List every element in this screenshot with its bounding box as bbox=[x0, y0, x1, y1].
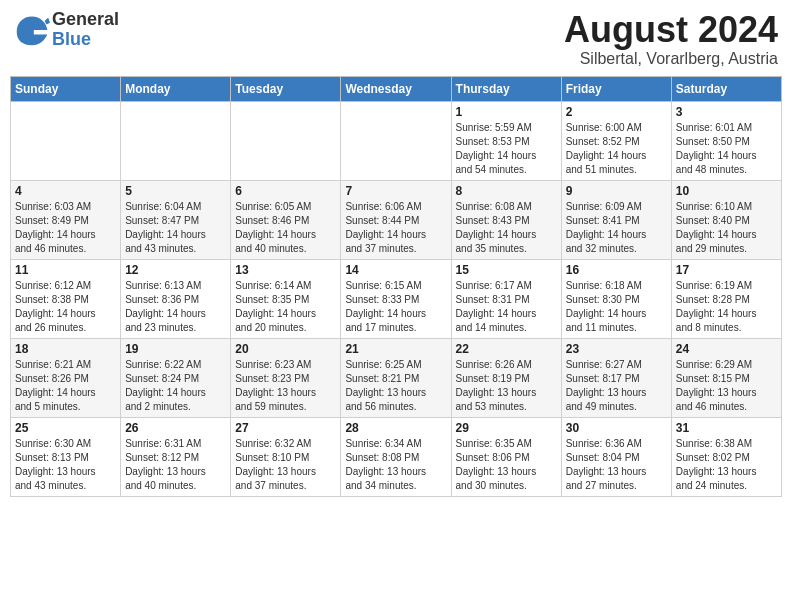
week-row-2: 4Sunrise: 6:03 AM Sunset: 8:49 PM Daylig… bbox=[11, 180, 782, 259]
day-header-tuesday: Tuesday bbox=[231, 76, 341, 101]
day-header-friday: Friday bbox=[561, 76, 671, 101]
logo: General Blue bbox=[14, 10, 119, 50]
day-header-wednesday: Wednesday bbox=[341, 76, 451, 101]
day-info: Sunrise: 6:38 AM Sunset: 8:02 PM Dayligh… bbox=[676, 437, 777, 493]
day-info: Sunrise: 6:05 AM Sunset: 8:46 PM Dayligh… bbox=[235, 200, 336, 256]
logo-text: General Blue bbox=[52, 10, 119, 50]
calendar-cell: 25Sunrise: 6:30 AM Sunset: 8:13 PM Dayli… bbox=[11, 417, 121, 496]
day-number: 8 bbox=[456, 184, 557, 198]
days-of-week-row: SundayMondayTuesdayWednesdayThursdayFrid… bbox=[11, 76, 782, 101]
day-info: Sunrise: 6:34 AM Sunset: 8:08 PM Dayligh… bbox=[345, 437, 446, 493]
calendar-cell: 28Sunrise: 6:34 AM Sunset: 8:08 PM Dayli… bbox=[341, 417, 451, 496]
calendar-cell: 6Sunrise: 6:05 AM Sunset: 8:46 PM Daylig… bbox=[231, 180, 341, 259]
day-info: Sunrise: 6:26 AM Sunset: 8:19 PM Dayligh… bbox=[456, 358, 557, 414]
calendar-cell: 13Sunrise: 6:14 AM Sunset: 8:35 PM Dayli… bbox=[231, 259, 341, 338]
day-info: Sunrise: 6:03 AM Sunset: 8:49 PM Dayligh… bbox=[15, 200, 116, 256]
day-info: Sunrise: 6:30 AM Sunset: 8:13 PM Dayligh… bbox=[15, 437, 116, 493]
day-number: 14 bbox=[345, 263, 446, 277]
calendar-cell: 5Sunrise: 6:04 AM Sunset: 8:47 PM Daylig… bbox=[121, 180, 231, 259]
calendar-cell: 1Sunrise: 5:59 AM Sunset: 8:53 PM Daylig… bbox=[451, 101, 561, 180]
day-info: Sunrise: 6:17 AM Sunset: 8:31 PM Dayligh… bbox=[456, 279, 557, 335]
day-header-thursday: Thursday bbox=[451, 76, 561, 101]
calendar-cell: 17Sunrise: 6:19 AM Sunset: 8:28 PM Dayli… bbox=[671, 259, 781, 338]
day-info: Sunrise: 6:15 AM Sunset: 8:33 PM Dayligh… bbox=[345, 279, 446, 335]
day-info: Sunrise: 6:21 AM Sunset: 8:26 PM Dayligh… bbox=[15, 358, 116, 414]
day-info: Sunrise: 6:10 AM Sunset: 8:40 PM Dayligh… bbox=[676, 200, 777, 256]
day-info: Sunrise: 6:18 AM Sunset: 8:30 PM Dayligh… bbox=[566, 279, 667, 335]
day-info: Sunrise: 6:08 AM Sunset: 8:43 PM Dayligh… bbox=[456, 200, 557, 256]
week-row-4: 18Sunrise: 6:21 AM Sunset: 8:26 PM Dayli… bbox=[11, 338, 782, 417]
page-header: General Blue August 2024 Silbertal, Vora… bbox=[10, 10, 782, 68]
day-number: 20 bbox=[235, 342, 336, 356]
calendar-cell: 7Sunrise: 6:06 AM Sunset: 8:44 PM Daylig… bbox=[341, 180, 451, 259]
day-info: Sunrise: 6:13 AM Sunset: 8:36 PM Dayligh… bbox=[125, 279, 226, 335]
day-number: 24 bbox=[676, 342, 777, 356]
calendar-cell bbox=[341, 101, 451, 180]
week-row-3: 11Sunrise: 6:12 AM Sunset: 8:38 PM Dayli… bbox=[11, 259, 782, 338]
day-info: Sunrise: 6:22 AM Sunset: 8:24 PM Dayligh… bbox=[125, 358, 226, 414]
day-info: Sunrise: 6:01 AM Sunset: 8:50 PM Dayligh… bbox=[676, 121, 777, 177]
logo-blue-text: Blue bbox=[52, 30, 119, 50]
day-info: Sunrise: 5:59 AM Sunset: 8:53 PM Dayligh… bbox=[456, 121, 557, 177]
calendar-subtitle: Silbertal, Vorarlberg, Austria bbox=[564, 50, 778, 68]
calendar-cell: 20Sunrise: 6:23 AM Sunset: 8:23 PM Dayli… bbox=[231, 338, 341, 417]
day-header-monday: Monday bbox=[121, 76, 231, 101]
calendar-cell: 26Sunrise: 6:31 AM Sunset: 8:12 PM Dayli… bbox=[121, 417, 231, 496]
day-number: 9 bbox=[566, 184, 667, 198]
day-number: 27 bbox=[235, 421, 336, 435]
day-number: 18 bbox=[15, 342, 116, 356]
day-number: 16 bbox=[566, 263, 667, 277]
day-number: 17 bbox=[676, 263, 777, 277]
day-number: 4 bbox=[15, 184, 116, 198]
day-number: 11 bbox=[15, 263, 116, 277]
calendar-body: 1Sunrise: 5:59 AM Sunset: 8:53 PM Daylig… bbox=[11, 101, 782, 496]
day-number: 2 bbox=[566, 105, 667, 119]
day-info: Sunrise: 6:14 AM Sunset: 8:35 PM Dayligh… bbox=[235, 279, 336, 335]
calendar-cell: 27Sunrise: 6:32 AM Sunset: 8:10 PM Dayli… bbox=[231, 417, 341, 496]
day-info: Sunrise: 6:06 AM Sunset: 8:44 PM Dayligh… bbox=[345, 200, 446, 256]
day-number: 13 bbox=[235, 263, 336, 277]
day-header-saturday: Saturday bbox=[671, 76, 781, 101]
calendar-cell: 9Sunrise: 6:09 AM Sunset: 8:41 PM Daylig… bbox=[561, 180, 671, 259]
day-number: 5 bbox=[125, 184, 226, 198]
day-number: 12 bbox=[125, 263, 226, 277]
day-info: Sunrise: 6:31 AM Sunset: 8:12 PM Dayligh… bbox=[125, 437, 226, 493]
calendar-cell: 23Sunrise: 6:27 AM Sunset: 8:17 PM Dayli… bbox=[561, 338, 671, 417]
calendar-cell: 22Sunrise: 6:26 AM Sunset: 8:19 PM Dayli… bbox=[451, 338, 561, 417]
calendar-title: August 2024 bbox=[564, 10, 778, 50]
day-info: Sunrise: 6:36 AM Sunset: 8:04 PM Dayligh… bbox=[566, 437, 667, 493]
day-number: 23 bbox=[566, 342, 667, 356]
day-number: 7 bbox=[345, 184, 446, 198]
day-number: 28 bbox=[345, 421, 446, 435]
calendar-cell: 10Sunrise: 6:10 AM Sunset: 8:40 PM Dayli… bbox=[671, 180, 781, 259]
calendar-cell: 3Sunrise: 6:01 AM Sunset: 8:50 PM Daylig… bbox=[671, 101, 781, 180]
day-info: Sunrise: 6:25 AM Sunset: 8:21 PM Dayligh… bbox=[345, 358, 446, 414]
logo-icon bbox=[14, 12, 50, 48]
calendar-cell bbox=[11, 101, 121, 180]
day-info: Sunrise: 6:00 AM Sunset: 8:52 PM Dayligh… bbox=[566, 121, 667, 177]
calendar-table: SundayMondayTuesdayWednesdayThursdayFrid… bbox=[10, 76, 782, 497]
calendar-cell: 4Sunrise: 6:03 AM Sunset: 8:49 PM Daylig… bbox=[11, 180, 121, 259]
calendar-cell: 12Sunrise: 6:13 AM Sunset: 8:36 PM Dayli… bbox=[121, 259, 231, 338]
day-number: 1 bbox=[456, 105, 557, 119]
day-info: Sunrise: 6:04 AM Sunset: 8:47 PM Dayligh… bbox=[125, 200, 226, 256]
day-number: 26 bbox=[125, 421, 226, 435]
calendar-cell: 2Sunrise: 6:00 AM Sunset: 8:52 PM Daylig… bbox=[561, 101, 671, 180]
calendar-cell: 29Sunrise: 6:35 AM Sunset: 8:06 PM Dayli… bbox=[451, 417, 561, 496]
calendar-cell: 11Sunrise: 6:12 AM Sunset: 8:38 PM Dayli… bbox=[11, 259, 121, 338]
day-number: 31 bbox=[676, 421, 777, 435]
calendar-cell: 18Sunrise: 6:21 AM Sunset: 8:26 PM Dayli… bbox=[11, 338, 121, 417]
day-info: Sunrise: 6:35 AM Sunset: 8:06 PM Dayligh… bbox=[456, 437, 557, 493]
calendar-cell bbox=[121, 101, 231, 180]
day-info: Sunrise: 6:32 AM Sunset: 8:10 PM Dayligh… bbox=[235, 437, 336, 493]
day-number: 25 bbox=[15, 421, 116, 435]
calendar-cell: 15Sunrise: 6:17 AM Sunset: 8:31 PM Dayli… bbox=[451, 259, 561, 338]
day-number: 21 bbox=[345, 342, 446, 356]
logo-general-text: General bbox=[52, 10, 119, 30]
calendar-cell: 21Sunrise: 6:25 AM Sunset: 8:21 PM Dayli… bbox=[341, 338, 451, 417]
calendar-cell: 8Sunrise: 6:08 AM Sunset: 8:43 PM Daylig… bbox=[451, 180, 561, 259]
day-number: 19 bbox=[125, 342, 226, 356]
day-info: Sunrise: 6:12 AM Sunset: 8:38 PM Dayligh… bbox=[15, 279, 116, 335]
calendar-header: SundayMondayTuesdayWednesdayThursdayFrid… bbox=[11, 76, 782, 101]
day-number: 15 bbox=[456, 263, 557, 277]
